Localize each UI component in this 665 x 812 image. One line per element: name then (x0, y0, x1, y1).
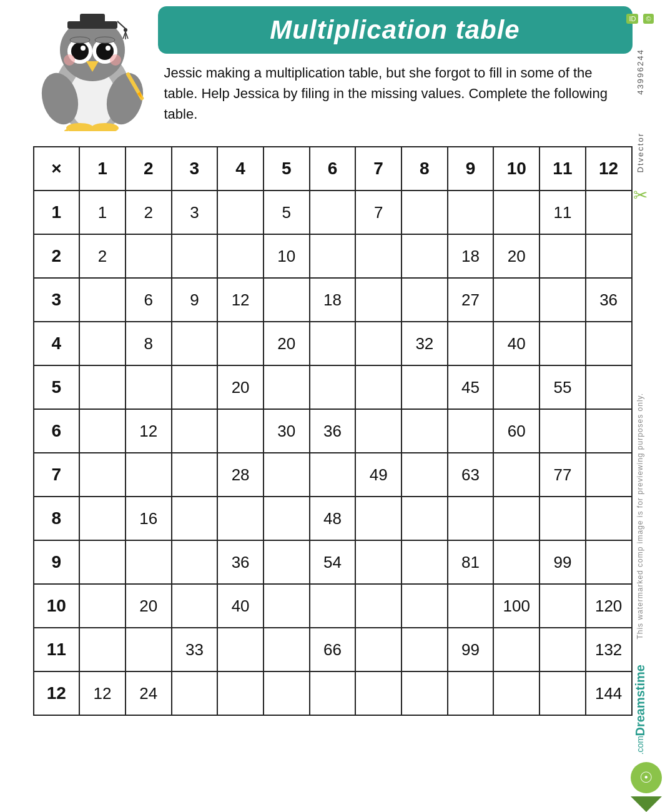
table-header-col-1: 1 (79, 147, 126, 191)
page-title: Multiplication table (270, 15, 520, 44)
cell-5-6 (310, 365, 356, 409)
table-header-col-2: 2 (126, 147, 172, 191)
cell-10-2: 20 (126, 584, 172, 628)
header-right: Multiplication table Jessic making a mul… (158, 6, 633, 124)
table-row: 11235711 (34, 191, 632, 234)
cell-11-1 (79, 628, 126, 671)
cell-8-8 (401, 497, 448, 540)
table-header-col-11: 11 (539, 147, 586, 191)
cell-5-4: 20 (217, 365, 264, 409)
cell-10-1 (79, 584, 126, 628)
cell-3-6: 18 (310, 278, 356, 322)
cell-2-11 (539, 234, 586, 278)
cell-9-5 (264, 540, 310, 584)
cell-10-5 (264, 584, 310, 628)
cell-12-8 (401, 671, 448, 715)
cell-5-2 (126, 365, 172, 409)
cell-5-8 (401, 365, 448, 409)
cell-12-4 (217, 671, 264, 715)
cell-11-2 (126, 628, 172, 671)
svg-line-32 (108, 130, 109, 131)
cell-8-1 (79, 497, 126, 540)
row-label-3: 3 (34, 278, 80, 322)
cell-1-7: 7 (355, 191, 401, 234)
cell-8-5 (264, 497, 310, 540)
dreamstime-domain: .com (635, 736, 645, 755)
cell-2-8 (401, 234, 448, 278)
badge-2: © (643, 14, 653, 24)
table-header-multiply: × (34, 147, 80, 191)
cell-6-4 (217, 409, 264, 453)
table-row: 612303660 (34, 409, 632, 453)
cell-6-7 (355, 409, 401, 453)
row-label-10: 10 (34, 584, 80, 628)
table-header-col-4: 4 (217, 147, 264, 191)
badge-1: ID (626, 14, 638, 24)
dreamstime-label: Dtvector (636, 132, 645, 172)
row-label-7: 7 (34, 453, 80, 497)
cell-4-4 (217, 322, 264, 365)
cell-3-11 (539, 278, 586, 322)
cell-4-11 (539, 322, 586, 365)
table-row: 936548199 (34, 540, 632, 584)
cell-4-1 (79, 322, 126, 365)
cell-2-5: 10 (264, 234, 310, 278)
cell-5-11: 55 (539, 365, 586, 409)
cell-9-9: 81 (448, 540, 494, 584)
cell-6-11 (539, 409, 586, 453)
table-row: 102040100120 (34, 584, 632, 628)
cell-10-8 (401, 584, 448, 628)
cell-9-11: 99 (539, 540, 586, 584)
row-label-9: 9 (34, 540, 80, 584)
table-header-col-10: 10 (493, 147, 539, 191)
cell-2-7 (355, 234, 401, 278)
cell-2-10: 20 (493, 234, 539, 278)
svg-point-14 (81, 46, 86, 51)
cell-2-6 (310, 234, 356, 278)
cell-3-2: 6 (126, 278, 172, 322)
cell-11-8 (401, 628, 448, 671)
cell-1-2: 2 (126, 191, 172, 234)
svg-point-20 (110, 54, 121, 66)
cell-6-5: 30 (264, 409, 310, 453)
cell-11-10 (493, 628, 539, 671)
cell-7-10 (493, 453, 539, 497)
cell-2-4 (217, 234, 264, 278)
cell-2-1: 2 (79, 234, 126, 278)
cell-12-11 (539, 671, 586, 715)
cell-7-2 (126, 453, 172, 497)
cell-7-1 (79, 453, 126, 497)
svg-point-6 (124, 28, 127, 32)
cell-1-6 (310, 191, 356, 234)
row-label-5: 5 (34, 365, 80, 409)
side-decoration: ID © 43996244 Dtvector ✂ This watermarke… (615, 0, 665, 812)
row-label-2: 2 (34, 234, 80, 278)
cell-11-3: 33 (172, 628, 218, 671)
description-text: Jessic making a multiplication table, bu… (158, 62, 633, 124)
cell-8-2: 16 (126, 497, 172, 540)
cell-6-8 (401, 409, 448, 453)
svg-line-29 (81, 130, 82, 131)
cell-12-3 (172, 671, 218, 715)
cell-4-5: 20 (264, 322, 310, 365)
svg-rect-4 (80, 14, 105, 22)
watermark-id: 43996244 (636, 49, 645, 95)
cell-11-4 (217, 628, 264, 671)
cell-7-8 (401, 453, 448, 497)
row-label-4: 4 (34, 322, 80, 365)
cell-8-10 (493, 497, 539, 540)
header-area: Multiplication table Jessic making a mul… (33, 6, 633, 134)
cell-9-10 (493, 540, 539, 584)
cell-8-7 (355, 497, 401, 540)
cell-9-1 (79, 540, 126, 584)
cell-1-4 (217, 191, 264, 234)
cell-4-2: 8 (126, 322, 172, 365)
row-label-1: 1 (34, 191, 80, 234)
cell-8-4 (217, 497, 264, 540)
table-row: 22101820 (34, 234, 632, 278)
cell-3-1 (79, 278, 126, 322)
cell-7-6 (310, 453, 356, 497)
cell-7-11: 77 (539, 453, 586, 497)
table-header-col-3: 3 (172, 147, 218, 191)
cell-7-3 (172, 453, 218, 497)
